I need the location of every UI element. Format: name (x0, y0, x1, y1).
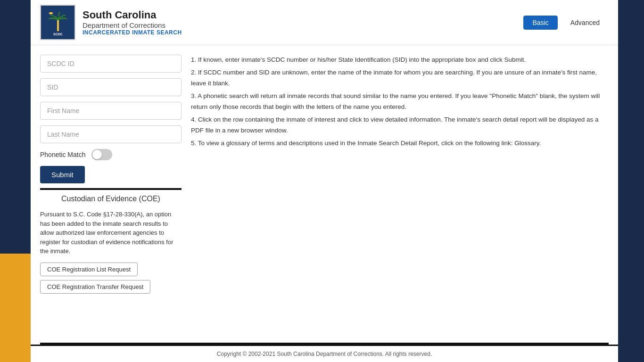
phonetic-row: Phonetic Match (40, 149, 182, 160)
right-sidebar (618, 0, 644, 362)
instruction-4: 4. Click on the row containing the inmat… (191, 115, 609, 136)
header: SCDC South Carolina Department of Correc… (31, 0, 618, 45)
phonetic-toggle[interactable] (91, 149, 112, 160)
instruction-5: 5. To view a glossary of terms and descr… (191, 138, 609, 149)
footer: Copyright © 2002-2021 South Carolina Dep… (31, 345, 618, 362)
instruction-1: 1. If known, enter inmate's SCDC number … (191, 55, 609, 66)
main-content: SCDC South Carolina Department of Correc… (31, 0, 618, 362)
header-tabs: Basic Advanced (523, 16, 609, 30)
org-name: South Carolina (83, 9, 523, 21)
search-form: Phonetic Match Submit (40, 55, 182, 183)
toggle-thumb (92, 150, 102, 159)
svg-text:SCDC: SCDC (53, 33, 63, 36)
coe-section: Custodian of Evidence (COE) Pursuant to … (40, 188, 182, 294)
left-sidebar (0, 0, 31, 362)
tagline: INCARCERATED INMATE SEARCH (83, 29, 523, 36)
instructions-panel: 1. If known, enter inmate's SCDC number … (191, 55, 609, 333)
logo: SCDC (40, 5, 75, 40)
dept-name: Department of Corrections (83, 21, 523, 29)
toggle-track (91, 149, 112, 160)
first-name-input[interactable] (40, 102, 182, 120)
coe-list-request-button[interactable]: COE Registration List Request (40, 263, 138, 276)
instruction-2: 2. If SCDC number and SID are unknown, e… (191, 67, 609, 89)
sid-input[interactable] (40, 78, 182, 96)
coe-title: Custodian of Evidence (COE) (40, 195, 182, 205)
content-area: Phonetic Match Submit Custodian of Evide… (31, 45, 618, 343)
tab-basic[interactable]: Basic (523, 16, 557, 30)
coe-description: Pursuant to S.C. Code §17-28-330(A), an … (40, 210, 182, 256)
scdc-id-input[interactable] (40, 55, 182, 73)
copyright-text: Copyright © 2002-2021 South Carolina Dep… (217, 351, 432, 357)
instruction-3: 3. A phonetic search will return all inm… (191, 91, 609, 113)
coe-buttons: COE Registration List Request COE Regist… (40, 263, 182, 294)
last-name-input[interactable] (40, 125, 182, 143)
tab-advanced[interactable]: Advanced (561, 16, 609, 30)
header-text: South Carolina Department of Corrections… (83, 9, 523, 36)
phonetic-label: Phonetic Match (40, 151, 86, 158)
coe-transfer-request-button[interactable]: COE Registration Transfer Request (40, 280, 150, 294)
submit-button[interactable]: Submit (40, 166, 85, 183)
